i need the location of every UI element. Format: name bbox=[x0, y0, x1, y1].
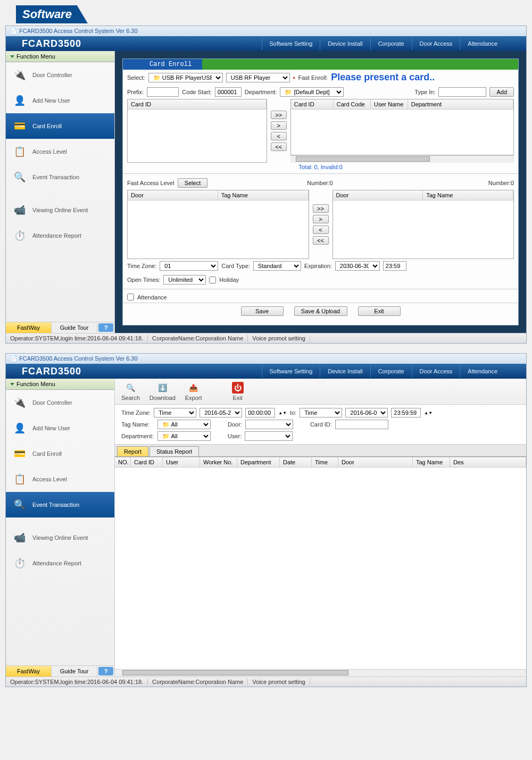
tb-download[interactable]: ⬇️Download bbox=[149, 382, 176, 401]
f-to-label: to: bbox=[290, 410, 296, 416]
cardtype-select[interactable]: Standard bbox=[253, 261, 301, 271]
f-from-date[interactable]: 2016-05-28 bbox=[200, 408, 242, 417]
save-upload-button[interactable]: Save & Upload bbox=[294, 306, 347, 316]
sidebar2-attendance-report[interactable]: ⏱️Attendance Report bbox=[6, 550, 114, 576]
attendance-checkbox[interactable] bbox=[127, 294, 134, 300]
tb-export[interactable]: 📤Export bbox=[185, 382, 202, 401]
f-cardid-input[interactable] bbox=[335, 420, 388, 429]
nav2-device-install[interactable]: Device Install bbox=[320, 365, 370, 378]
left-door-grid[interactable]: DoorTag Name bbox=[127, 190, 309, 259]
exp-time[interactable] bbox=[383, 261, 406, 271]
nav2-attendance[interactable]: Attendance bbox=[460, 365, 505, 378]
sidebar2-online-event[interactable]: 📹Viewing Online Event bbox=[6, 525, 114, 550]
fastway-button-2[interactable]: FastWay bbox=[6, 666, 52, 677]
door-move-all-left[interactable]: << bbox=[313, 236, 329, 245]
move-all-right[interactable]: >> bbox=[271, 111, 287, 119]
fast-enroll-label: Fast Enroll: bbox=[298, 74, 328, 81]
sidebar-item-add-user[interactable]: 👤Add New User bbox=[6, 88, 114, 113]
help-button-2[interactable]: ? bbox=[98, 667, 113, 675]
move-right[interactable]: > bbox=[271, 121, 287, 130]
sidebar2-card-enroll[interactable]: 💳Card Enroll bbox=[6, 441, 114, 466]
nav-attendance[interactable]: Attendance bbox=[460, 37, 505, 50]
sidebar2-door-controller[interactable]: 🔌Door Controller bbox=[6, 390, 114, 415]
prefix-input[interactable] bbox=[147, 87, 179, 97]
guide-tour-button-2[interactable]: Guide Tour bbox=[52, 666, 97, 677]
guide-tour-button[interactable]: Guide Tour bbox=[52, 322, 97, 333]
sidebar-item-card-enroll[interactable]: 💳Card Enroll bbox=[6, 113, 114, 139]
nav-software-setting[interactable]: Software Setting bbox=[262, 37, 320, 50]
sidebar-item-access-level[interactable]: 📋Access Level bbox=[6, 139, 114, 164]
app-window-card-enroll: 📄 FCARD3500 Access Control System Ver 6.… bbox=[5, 26, 527, 344]
door-move-left[interactable]: < bbox=[313, 226, 329, 234]
door-move-all-right[interactable]: >> bbox=[313, 204, 329, 213]
user-icon: 👤 bbox=[12, 93, 27, 108]
nav2-door-access[interactable]: Door Access bbox=[412, 365, 460, 378]
f-to-select[interactable]: Time bbox=[300, 408, 342, 417]
f-from-time[interactable] bbox=[245, 408, 275, 417]
nav-corporate[interactable]: Corporate bbox=[370, 37, 412, 50]
f-dept-label: Department: bbox=[121, 433, 154, 439]
f-dept-select[interactable]: 📁 All bbox=[157, 431, 211, 441]
dept-select[interactable]: 📁 [Default Dept] bbox=[280, 87, 344, 97]
f-tz-select[interactable]: Time bbox=[154, 408, 196, 417]
help-button[interactable]: ? bbox=[98, 323, 113, 332]
status-op-2: Operator:SYSTEM,login time:2016-06-04 09… bbox=[10, 679, 148, 685]
right-card-grid[interactable]: Card ID Card Code User Name Department bbox=[290, 99, 514, 155]
sidebar2-add-user[interactable]: 👤Add New User bbox=[6, 415, 114, 441]
fastway-button[interactable]: FastWay bbox=[6, 322, 52, 333]
typein-input[interactable] bbox=[438, 87, 486, 97]
holiday-checkbox[interactable] bbox=[209, 277, 216, 283]
content-area: Card Enroll Select: 📁 USB RF PlayerUSB R… bbox=[115, 51, 526, 333]
sidebar-item-attendance-report[interactable]: ⏱️Attendance Report bbox=[6, 223, 114, 248]
present-card-text: Please present a card.. bbox=[331, 72, 435, 83]
move-left[interactable]: < bbox=[271, 132, 287, 140]
card-enroll-panel: Card Enroll Select: 📁 USB RF PlayerUSB R… bbox=[122, 59, 519, 325]
right-door-grid[interactable]: DoorTag Name bbox=[332, 190, 514, 259]
card-icon: 💳 bbox=[12, 446, 27, 461]
sidebar2-access-level[interactable]: 📋Access Level bbox=[6, 466, 114, 492]
tb-search[interactable]: 🔍Search bbox=[121, 382, 140, 401]
report-grid[interactable]: NO. Card ID User Worker No. Department D… bbox=[115, 457, 526, 669]
nav2-corporate[interactable]: Corporate bbox=[370, 365, 412, 378]
left-card-grid[interactable]: Card ID bbox=[127, 99, 267, 163]
f-tagname-select[interactable]: 📁 All bbox=[157, 420, 211, 429]
camera-icon: 📹 bbox=[12, 203, 27, 218]
status-voice-2[interactable]: Voice promot setting bbox=[252, 679, 310, 685]
h-scrollbar[interactable] bbox=[290, 155, 514, 163]
codestart-input[interactable] bbox=[215, 87, 242, 97]
tz-select[interactable]: 01 bbox=[160, 261, 218, 271]
select-reader[interactable]: 📁 USB RF PlayerUSB RF Player bbox=[148, 73, 223, 82]
statusbar: Operator:SYSTEM,login time:2016-06-04 09… bbox=[6, 333, 526, 343]
opentimes-select[interactable]: Unlimited bbox=[163, 275, 206, 285]
nav-device-install[interactable]: Device Install bbox=[320, 37, 370, 50]
sidebar2-event-trans[interactable]: 🔍Event Transaction bbox=[6, 492, 114, 517]
f-to-time[interactable] bbox=[391, 408, 421, 417]
total-text: Total: 0, Invalid:0 bbox=[123, 163, 518, 171]
nav2-software-setting[interactable]: Software Setting bbox=[262, 365, 320, 378]
status-corp: CorporateName:Corporation Name bbox=[152, 335, 248, 341]
reader-2[interactable]: USB RF Player bbox=[226, 73, 290, 82]
clock-icon: ⏱️ bbox=[12, 228, 27, 243]
f-to-date[interactable]: 2016-06-04 bbox=[345, 408, 388, 417]
f-user-select[interactable] bbox=[245, 431, 293, 441]
exit-button[interactable]: Exit bbox=[358, 306, 401, 316]
fal-select-button[interactable]: Select bbox=[178, 178, 208, 188]
sidebar-item-door-controller[interactable]: 🔌Door Controller bbox=[6, 62, 114, 88]
sidebar-header-2[interactable]: Function Menu bbox=[6, 379, 114, 390]
save-button[interactable]: Save bbox=[241, 306, 284, 316]
tab-status-report[interactable]: Status Report bbox=[149, 446, 199, 456]
status-voice[interactable]: Voice promot setting bbox=[252, 335, 310, 341]
nav-door-access[interactable]: Door Access bbox=[412, 37, 460, 50]
tb-exit[interactable]: ⏻Exit bbox=[232, 382, 244, 401]
f-door-select[interactable] bbox=[245, 420, 293, 429]
sidebar-item-online-event[interactable]: 📹Viewing Online Event bbox=[6, 197, 114, 223]
sidebar-item-event-trans[interactable]: 🔍Event Transaction bbox=[6, 164, 114, 190]
sidebar-2: Function Menu 🔌Door Controller 👤Add New … bbox=[6, 379, 115, 677]
door-move-right[interactable]: > bbox=[313, 215, 329, 223]
exp-date[interactable]: 2030-06-30 bbox=[335, 261, 380, 271]
report-h-scroll[interactable] bbox=[115, 669, 526, 677]
move-all-left[interactable]: << bbox=[271, 143, 287, 151]
tab-report[interactable]: Report bbox=[117, 446, 148, 456]
sidebar-header[interactable]: Function Menu bbox=[6, 51, 114, 62]
add-button[interactable]: Add bbox=[489, 87, 514, 97]
